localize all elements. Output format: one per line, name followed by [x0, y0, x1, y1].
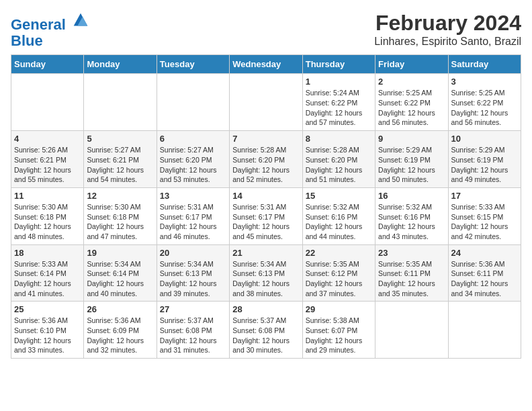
calendar-header-row: SundayMondayTuesdayWednesdayThursdayFrid…	[11, 55, 521, 74]
day-number: 27	[160, 304, 226, 314]
logo-text: General Blue	[11, 11, 90, 49]
calendar-week-row: 4Sunrise: 5:26 AM Sunset: 6:21 PM Daylig…	[11, 131, 521, 188]
day-number: 13	[160, 191, 226, 201]
day-number: 20	[160, 248, 226, 258]
day-number: 22	[306, 248, 372, 258]
calendar-cell: 8Sunrise: 5:28 AM Sunset: 6:20 PM Daylig…	[302, 131, 375, 188]
calendar-cell	[448, 302, 521, 359]
calendar-cell: 12Sunrise: 5:30 AM Sunset: 6:18 PM Dayli…	[84, 187, 157, 244]
calendar-cell: 28Sunrise: 5:37 AM Sunset: 6:08 PM Dayli…	[230, 302, 302, 359]
day-number: 23	[378, 248, 445, 258]
day-info: Sunrise: 5:29 AM Sunset: 6:19 PM Dayligh…	[378, 145, 445, 185]
day-number: 17	[451, 191, 518, 201]
day-info: Sunrise: 5:30 AM Sunset: 6:18 PM Dayligh…	[14, 202, 81, 242]
day-info: Sunrise: 5:35 AM Sunset: 6:12 PM Dayligh…	[306, 259, 372, 299]
day-info: Sunrise: 5:32 AM Sunset: 6:16 PM Dayligh…	[378, 202, 445, 242]
day-info: Sunrise: 5:34 AM Sunset: 6:13 PM Dayligh…	[232, 259, 299, 299]
day-number: 8	[306, 134, 372, 144]
calendar-cell: 19Sunrise: 5:34 AM Sunset: 6:14 PM Dayli…	[84, 244, 157, 302]
calendar-week-row: 11Sunrise: 5:30 AM Sunset: 6:18 PM Dayli…	[11, 187, 521, 244]
calendar-cell: 17Sunrise: 5:33 AM Sunset: 6:15 PM Dayli…	[448, 187, 521, 244]
day-number: 3	[451, 77, 518, 87]
calendar-week-row: 25Sunrise: 5:36 AM Sunset: 6:10 PM Dayli…	[11, 302, 521, 359]
calendar-cell: 10Sunrise: 5:29 AM Sunset: 6:19 PM Dayli…	[448, 131, 521, 188]
calendar-cell: 21Sunrise: 5:34 AM Sunset: 6:13 PM Dayli…	[230, 244, 302, 302]
day-number: 5	[87, 134, 153, 144]
logo: General Blue	[11, 11, 90, 49]
day-number: 1	[306, 77, 372, 87]
day-number: 14	[232, 191, 299, 201]
col-header-thursday: Thursday	[302, 55, 375, 74]
day-number: 29	[306, 304, 372, 314]
day-info: Sunrise: 5:37 AM Sunset: 6:08 PM Dayligh…	[232, 316, 299, 355]
calendar-cell: 15Sunrise: 5:32 AM Sunset: 6:16 PM Dayli…	[302, 187, 375, 244]
day-info: Sunrise: 5:37 AM Sunset: 6:08 PM Dayligh…	[160, 316, 226, 355]
day-number: 2	[378, 77, 445, 87]
title-block: February 2024 Linhares, Espirito Santo, …	[374, 11, 521, 48]
day-number: 28	[232, 304, 299, 314]
day-number: 21	[232, 248, 299, 258]
calendar-cell	[11, 74, 84, 131]
day-info: Sunrise: 5:26 AM Sunset: 6:21 PM Dayligh…	[14, 145, 81, 185]
day-number: 11	[14, 191, 81, 201]
calendar-cell	[375, 302, 448, 359]
day-info: Sunrise: 5:31 AM Sunset: 6:17 PM Dayligh…	[232, 202, 299, 242]
col-header-wednesday: Wednesday	[230, 55, 302, 74]
calendar-cell: 11Sunrise: 5:30 AM Sunset: 6:18 PM Dayli…	[11, 187, 84, 244]
day-info: Sunrise: 5:33 AM Sunset: 6:15 PM Dayligh…	[451, 202, 518, 242]
calendar-cell: 2Sunrise: 5:25 AM Sunset: 6:22 PM Daylig…	[375, 74, 448, 131]
day-info: Sunrise: 5:28 AM Sunset: 6:20 PM Dayligh…	[306, 145, 372, 185]
calendar-cell	[157, 74, 229, 131]
calendar-cell: 14Sunrise: 5:31 AM Sunset: 6:17 PM Dayli…	[230, 187, 302, 244]
day-number: 15	[306, 191, 372, 201]
calendar-cell: 16Sunrise: 5:32 AM Sunset: 6:16 PM Dayli…	[375, 187, 448, 244]
calendar-cell	[230, 74, 302, 131]
calendar-cell: 6Sunrise: 5:27 AM Sunset: 6:20 PM Daylig…	[157, 131, 229, 188]
col-header-monday: Monday	[84, 55, 157, 74]
day-info: Sunrise: 5:27 AM Sunset: 6:20 PM Dayligh…	[160, 145, 226, 185]
calendar-cell: 5Sunrise: 5:27 AM Sunset: 6:21 PM Daylig…	[84, 131, 157, 188]
day-info: Sunrise: 5:24 AM Sunset: 6:22 PM Dayligh…	[306, 88, 372, 128]
day-info: Sunrise: 5:36 AM Sunset: 6:11 PM Dayligh…	[451, 259, 518, 299]
day-info: Sunrise: 5:25 AM Sunset: 6:22 PM Dayligh…	[451, 88, 518, 128]
calendar-cell: 22Sunrise: 5:35 AM Sunset: 6:12 PM Dayli…	[302, 244, 375, 302]
day-info: Sunrise: 5:28 AM Sunset: 6:20 PM Dayligh…	[232, 145, 299, 185]
day-number: 6	[160, 134, 226, 144]
day-info: Sunrise: 5:25 AM Sunset: 6:22 PM Dayligh…	[378, 88, 445, 128]
day-number: 4	[14, 134, 81, 144]
page-header: General Blue February 2024 Linhares, Esp…	[11, 11, 521, 49]
calendar-cell: 1Sunrise: 5:24 AM Sunset: 6:22 PM Daylig…	[302, 74, 375, 131]
day-info: Sunrise: 5:30 AM Sunset: 6:18 PM Dayligh…	[87, 202, 153, 242]
day-info: Sunrise: 5:32 AM Sunset: 6:16 PM Dayligh…	[306, 202, 372, 242]
calendar-cell: 29Sunrise: 5:38 AM Sunset: 6:07 PM Dayli…	[302, 302, 375, 359]
calendar-cell: 26Sunrise: 5:36 AM Sunset: 6:09 PM Dayli…	[84, 302, 157, 359]
page-subtitle: Linhares, Espirito Santo, Brazil	[374, 36, 521, 48]
day-number: 7	[232, 134, 299, 144]
page-title: February 2024	[374, 11, 521, 36]
day-number: 24	[451, 248, 518, 258]
calendar-cell: 24Sunrise: 5:36 AM Sunset: 6:11 PM Dayli…	[448, 244, 521, 302]
calendar-cell: 4Sunrise: 5:26 AM Sunset: 6:21 PM Daylig…	[11, 131, 84, 188]
calendar-cell: 7Sunrise: 5:28 AM Sunset: 6:20 PM Daylig…	[230, 131, 302, 188]
calendar-cell: 23Sunrise: 5:35 AM Sunset: 6:11 PM Dayli…	[375, 244, 448, 302]
day-info: Sunrise: 5:31 AM Sunset: 6:17 PM Dayligh…	[160, 202, 226, 242]
calendar-week-row: 18Sunrise: 5:33 AM Sunset: 6:14 PM Dayli…	[11, 244, 521, 302]
day-info: Sunrise: 5:36 AM Sunset: 6:09 PM Dayligh…	[87, 316, 153, 355]
day-info: Sunrise: 5:34 AM Sunset: 6:14 PM Dayligh…	[87, 259, 153, 299]
calendar-cell: 20Sunrise: 5:34 AM Sunset: 6:13 PM Dayli…	[157, 244, 229, 302]
calendar-week-row: 1Sunrise: 5:24 AM Sunset: 6:22 PM Daylig…	[11, 74, 521, 131]
day-number: 9	[378, 134, 445, 144]
day-number: 19	[87, 248, 153, 258]
day-number: 10	[451, 134, 518, 144]
day-number: 25	[14, 304, 81, 314]
calendar-cell: 13Sunrise: 5:31 AM Sunset: 6:17 PM Dayli…	[157, 187, 229, 244]
calendar-cell: 18Sunrise: 5:33 AM Sunset: 6:14 PM Dayli…	[11, 244, 84, 302]
col-header-saturday: Saturday	[448, 55, 521, 74]
day-info: Sunrise: 5:36 AM Sunset: 6:10 PM Dayligh…	[14, 316, 81, 355]
col-header-tuesday: Tuesday	[157, 55, 229, 74]
day-number: 26	[87, 304, 153, 314]
calendar-cell	[84, 74, 157, 131]
day-info: Sunrise: 5:33 AM Sunset: 6:14 PM Dayligh…	[14, 259, 81, 299]
logo-icon	[71, 11, 90, 30]
col-header-friday: Friday	[375, 55, 448, 74]
